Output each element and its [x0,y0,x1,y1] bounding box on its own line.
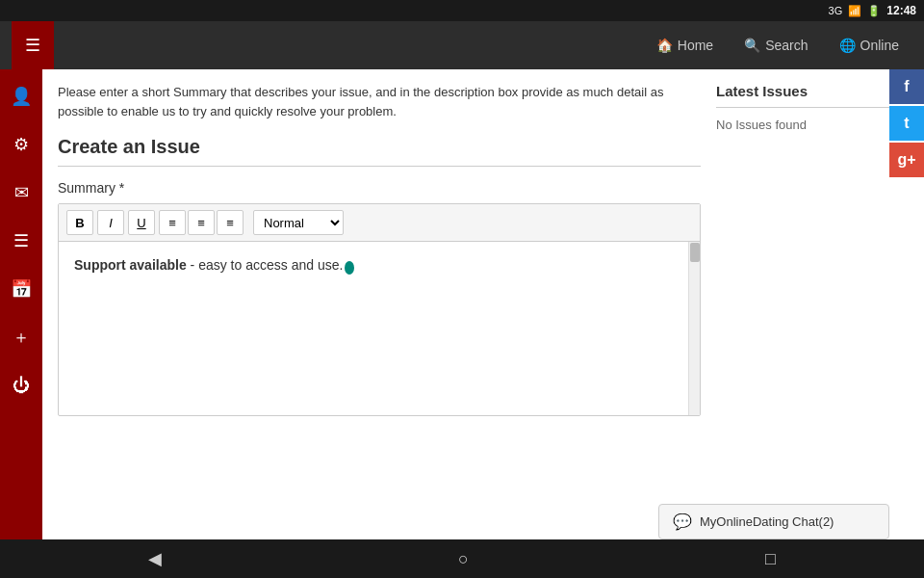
google-icon: g+ [897,151,915,169]
intro-text: Please enter a short Summary that descri… [58,83,701,120]
social-buttons: f t g+ [889,69,924,177]
google-button[interactable]: g+ [889,143,924,177]
top-nav: ☰ 🏠 Home 🔍 Search 🌐 Online [0,21,924,69]
cursor-indicator [345,261,354,275]
editor-bold-text: Support available [74,257,187,273]
align-right-button[interactable]: ≡ [217,210,244,235]
form-title: Create an Issue [58,136,701,158]
clock: 12:48 [886,4,916,17]
align-group: ≡ ≡ ≡ [159,210,244,235]
bottom-nav: ◀ ○ □ [0,539,924,578]
twitter-button[interactable]: t [889,106,924,141]
recent-button[interactable]: □ [746,541,795,577]
form-divider [58,166,701,167]
home-button[interactable]: ○ [439,541,488,577]
bold-button[interactable]: B [66,210,93,235]
editor-body[interactable]: Support available - easy to access and u… [59,242,688,415]
status-bar: 3G 📶 🔋 12:48 [0,0,924,21]
left-sidebar: 👤 ⚙ ✉ ☰ 📅 ＋ ⏻ [0,69,42,539]
content-area: Please enter a short Summary that descri… [42,69,924,539]
sidebar-calendar-icon[interactable]: 📅 [4,272,38,306]
latest-issues-title: Latest Issues [716,83,909,108]
nav-links: 🏠 Home 🔍 Search 🌐 Online [643,30,912,61]
battery-icon: 🔋 [867,5,881,17]
online-label: Online [860,38,899,53]
online-icon: 🌐 [839,38,856,53]
home-label: Home [678,38,713,53]
sidebar-mail-icon[interactable]: ✉ [4,175,38,210]
facebook-button[interactable]: f [889,69,924,104]
chat-icon: 💬 [673,512,692,531]
sidebar-list-icon[interactable]: ☰ [4,223,38,258]
search-icon: 🔍 [744,38,760,53]
main-layout: 👤 ⚙ ✉ ☰ 📅 ＋ ⏻ Please enter a short Summa… [0,69,924,539]
no-issues-text: No Issues found [716,118,909,132]
sidebar-power-icon[interactable]: ⏻ [4,368,38,403]
format-select[interactable]: Normal Heading 1 Heading 2 Heading 3 [253,210,344,235]
main-content: Please enter a short Summary that descri… [58,83,701,526]
editor-normal-text: - easy to access and use. [187,257,344,273]
online-link[interactable]: 🌐 Online [826,30,912,61]
scrollbar-thumb[interactable] [690,243,700,262]
right-sidebar: Latest Issues No Issues found [716,83,909,526]
signal-indicator: 3G [829,5,843,16]
twitter-icon: t [904,115,909,132]
sidebar-user-icon[interactable]: 👤 [4,79,38,114]
search-label: Search [765,38,808,53]
align-left-button[interactable]: ≡ [159,210,186,235]
editor-body-wrapper: Support available - easy to access and u… [59,242,700,415]
hamburger-button[interactable]: ☰ [12,21,54,69]
chat-label: MyOnlineDating Chat(2) [700,514,834,529]
summary-label: Summary * [58,180,701,196]
editor-scrollbar[interactable] [688,242,700,415]
facebook-icon: f [904,78,909,95]
align-center-button[interactable]: ≡ [188,210,215,235]
hamburger-icon: ☰ [25,35,40,56]
back-button[interactable]: ◀ [129,540,181,577]
home-icon: 🏠 [656,38,673,53]
underline-button[interactable]: U [128,210,155,235]
search-link[interactable]: 🔍 Search [731,30,821,61]
chat-bar[interactable]: 💬 MyOnlineDating Chat(2) [658,504,889,539]
home-link[interactable]: 🏠 Home [643,30,727,61]
italic-button[interactable]: I [97,210,124,235]
editor-toolbar: B I U ≡ ≡ ≡ Normal Heading 1 Heading 2 [59,204,700,242]
sidebar-add-icon[interactable]: ＋ [4,320,38,355]
editor-container: B I U ≡ ≡ ≡ Normal Heading 1 Heading 2 [58,203,701,416]
signal-bars: 📶 [848,5,861,17]
sidebar-settings-icon[interactable]: ⚙ [4,127,38,162]
